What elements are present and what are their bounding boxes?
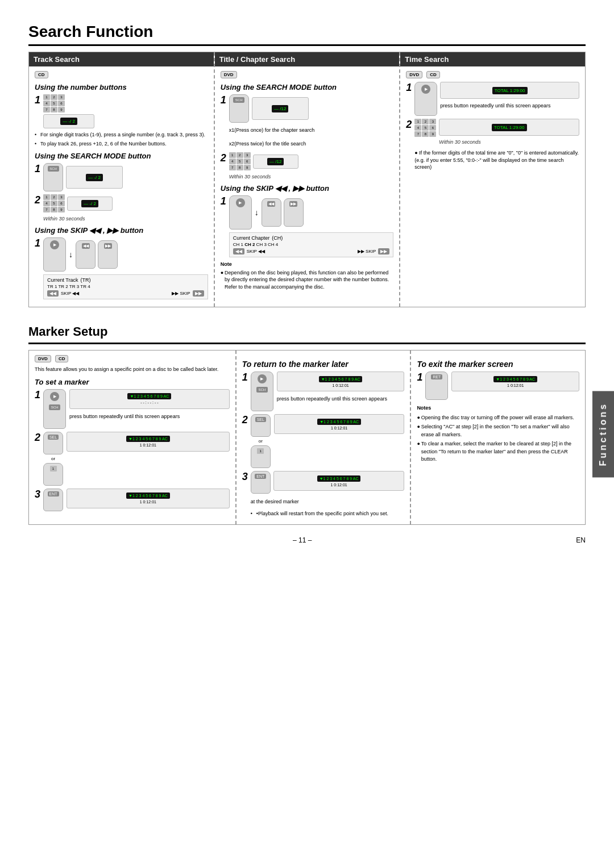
- tcs-x1: x1(Press once) for the chapter search: [229, 127, 394, 134]
- track-icon-row: CD: [35, 71, 208, 78]
- exit-step1: 1 RET ▼1 2 3 4 5 6 7 8 9 AC 1 0:12:01: [417, 372, 579, 400]
- time-search-header: Time Search: [400, 52, 585, 66]
- page-title: Search Function: [28, 23, 586, 46]
- tcs-skip-step1: 1 ▶ ↓ ◀◀ ▶▶: [221, 195, 394, 257]
- marker-section: DVD CD This feature allows you to assign…: [28, 350, 586, 525]
- step-num-1: 1: [35, 94, 40, 106]
- remote-skip-fwd-illus: ▶▶: [98, 240, 118, 269]
- dvd-icon: DVD: [221, 71, 237, 78]
- tcs-note: Note ● Depending on the disc being playe…: [221, 261, 394, 290]
- display-mode1: — -/ 2: [66, 166, 123, 189]
- set-marker-col: DVD CD This feature allows you to assign…: [29, 350, 237, 524]
- return-step3: 3 ENT ▼1 2 3 4 5 6 7 8 9 AC 1 0:12:01 at…: [242, 471, 405, 517]
- tcs-skip-heading: Using the SKIP ◀◀ , ▶▶ button: [221, 184, 394, 193]
- return-remote1: ▶ SCH: [251, 372, 273, 411]
- ts-icon-row: DVD CD: [406, 71, 579, 78]
- ch-diagram: Current Chapter (CH) CH 1 CH 2 CH 3 CH 4…: [229, 232, 394, 257]
- marker-set-step1: 1 ▶ SCH ▼1 2 3 4 5 6 7 8 9 AC - - : - - …: [35, 389, 230, 429]
- marker-setup-title: Marker Setup: [28, 324, 586, 344]
- marker-notes: Notes ● Opening the disc tray or turning…: [417, 404, 579, 464]
- exit-marker-heading: To exit the marker screen: [417, 360, 579, 369]
- title-chapter-col: Title / Chapter Search DVD Using the SEA…: [215, 52, 401, 307]
- marker-icon-row: DVD CD: [35, 355, 230, 362]
- return-marker-col: To return to the marker later 1 ▶ SCH ▼1…: [237, 350, 412, 524]
- track-bullet1: For single digit tracks (1-9), press a s…: [35, 131, 208, 139]
- time-search-col: Time Search DVD CD 1 ▶ T: [400, 52, 585, 307]
- tcs-display1: — /12: [252, 97, 309, 120]
- tcs-remote-play: ▶: [229, 195, 252, 229]
- en-label: EN: [576, 536, 586, 544]
- exit-marker-col: To exit the marker screen 1 RET ▼1 2 3 4…: [411, 350, 585, 524]
- ts-info: ● If the former digits of the total time…: [414, 149, 579, 171]
- track-skip-step1: 1 ▶ ↓ ◀◀ ▶▶: [35, 237, 208, 299]
- ts-step2: 2 1 2 3 4 5 6 7 8 9: [406, 119, 579, 173]
- marker-remote1: ▶ SCH: [43, 389, 66, 429]
- playback-restart: •Playback will restart from the specific…: [251, 510, 405, 518]
- track-searchmode-step1: 1 SCH — -/ 2: [35, 163, 208, 191]
- ts-remote1: ▶: [414, 82, 437, 116]
- title-chapter-header: Title / Chapter Search: [215, 52, 400, 66]
- tcs-x2: x2(Press twice) for the title search: [229, 140, 394, 148]
- marker-set-step3: 3 ENT ▼1 2 3 4 5 6 7 8 9 AC 1 0:12:01: [35, 489, 230, 511]
- at-desired: at the desired marker: [251, 498, 405, 506]
- page-footer: – 11 – EN: [28, 536, 586, 544]
- marker-intro: This feature allows you to assign a spec…: [35, 366, 230, 373]
- return-step1: 1 ▶ SCH ▼1 2 3 4 5 6 7 8 9 AC 1 0:12:01 …: [242, 372, 405, 411]
- track-skip-heading: Using the SKIP ◀◀ , ▶▶ button: [35, 226, 208, 235]
- track-search-col: Track Search CD Using the number buttons…: [29, 52, 215, 307]
- track-num-heading: Using the number buttons: [35, 83, 208, 91]
- skip-track-diagram: Current Track (TR) TR 1 TR 2 TR 3 TR 4 ◀…: [43, 274, 208, 299]
- remote-play-illus: ▶: [43, 237, 66, 272]
- within-30-searchmode: Within 30 seconds: [43, 216, 113, 222]
- marker-set-step2: 2 SEL or 1 ▼1 2 3 4 5 6 7 8 9 AC 1 0:12:…: [35, 432, 230, 486]
- functions-tab: Functions: [592, 391, 614, 477]
- remote-skip-back-illus: ◀◀: [76, 240, 96, 269]
- page-num: – 11 –: [293, 536, 312, 544]
- tcs-step1: 1 SCH — /12 x1(Press once) for the chapt…: [221, 94, 394, 149]
- track-searchmode-step2: 2 1 2 3 4 5 6 7 8 9 — -/ 2: [35, 194, 208, 222]
- track-bullet2: To play track 26, press +10, 2, 6 of the…: [35, 140, 208, 148]
- ts-step1: 1 ▶ TOTAL 1:29:00 press button: [406, 82, 579, 116]
- remote-search-illus: SCH: [43, 163, 63, 191]
- return-marker-heading: To return to the marker later: [242, 360, 405, 369]
- track-search-header: Track Search: [29, 52, 214, 66]
- numpad-illus: 1 2 3 4 5 6 7 8 9: [43, 94, 65, 112]
- track-display1: — -/ 2: [43, 114, 94, 128]
- return-step2: 2 SEL or 1 ▼1 2 3 4 5 6 7 8 9 AC 1 0:12:…: [242, 414, 405, 468]
- tcs-searchmode-heading: Using the SEARCH MODE button: [221, 83, 394, 91]
- set-marker-heading: To set a marker: [35, 378, 230, 386]
- track-step1: 1 1 2 3 4 5 6 7 8 9 — -/ 2: [35, 94, 208, 128]
- cd-icon: CD: [35, 71, 48, 78]
- search-section: Track Search CD Using the number buttons…: [28, 52, 586, 307]
- exit-remote1: RET: [425, 372, 448, 400]
- tcs-icon-row: DVD: [221, 71, 394, 78]
- track-searchmode-heading: Using the SEARCH MODE button: [35, 152, 208, 160]
- tcs-step2: 2 1 2 3 4 5 6 7 8 9 — /12: [221, 152, 394, 180]
- tcs-remote1: SCH: [229, 94, 249, 123]
- tcs-within-30: Within 30 seconds: [229, 174, 394, 180]
